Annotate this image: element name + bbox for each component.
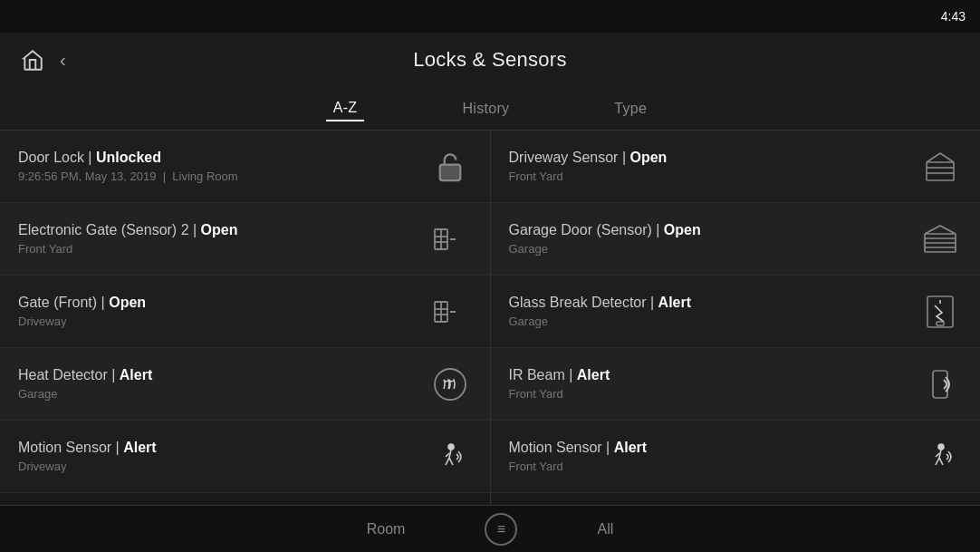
sensor-name: Glass Break Detector | Alert xyxy=(509,295,692,311)
filter-icon: ≡ xyxy=(497,521,505,537)
sensor-sub: Driveway xyxy=(18,315,146,328)
irbeam-icon xyxy=(918,363,962,406)
sensor-info: Electronic Gate (Sensor) 2 | Open Front … xyxy=(18,222,237,256)
svg-rect-17 xyxy=(927,162,954,180)
sensor-sub: Garage xyxy=(18,387,152,401)
svg-line-15 xyxy=(449,458,453,465)
driveway-icon xyxy=(918,145,962,189)
list-item[interactable]: IR Beam | Alert Front Yard xyxy=(491,348,981,421)
tab-az[interactable]: A-Z xyxy=(326,96,365,121)
header: ‹ Locks & Sensors xyxy=(0,33,980,87)
clock: 4:43 xyxy=(941,9,966,24)
sensor-sub: Garage xyxy=(509,242,701,256)
heat-icon xyxy=(428,363,472,406)
right-column: Driveway Sensor | Open Front Yard Garage… xyxy=(491,131,981,505)
svg-point-28 xyxy=(938,444,944,450)
gate-icon xyxy=(428,218,472,261)
svg-point-12 xyxy=(448,444,454,450)
sensor-name: Door Lock | Unlocked xyxy=(18,150,238,166)
lock-icon xyxy=(428,145,472,189)
list-item[interactable]: Garage Door (Sensor) | Open Garage xyxy=(491,203,981,276)
sensor-sub: Front Yard xyxy=(509,460,648,473)
gate-icon xyxy=(428,290,472,334)
svg-line-16 xyxy=(446,453,449,457)
page-title: Locks & Sensors xyxy=(413,48,567,72)
tab-history[interactable]: History xyxy=(455,97,516,121)
sensor-info: Heat Detector | Alert Garage xyxy=(18,367,152,401)
sensor-sub: 9:26:56 PM, May 13, 2019 | Living Room xyxy=(18,169,238,183)
list-item[interactable]: Gate (Front) | Open Driveway xyxy=(0,276,490,348)
list-item[interactable]: Heat Detector | Alert Garage xyxy=(0,348,490,421)
room-button[interactable]: Room xyxy=(360,518,413,541)
left-column: Door Lock | Unlocked 9:26:56 PM, May 13,… xyxy=(0,131,491,505)
list-item[interactable]: Glass Break Detector | Alert Garage xyxy=(491,276,981,348)
tabs-bar: A-Z History Type xyxy=(0,87,980,131)
sensor-name: IR Beam | Alert xyxy=(509,367,610,383)
motion-icon xyxy=(918,435,962,479)
tab-type[interactable]: Type xyxy=(607,97,654,121)
bottom-bar: Room ≡ All xyxy=(0,505,980,552)
sensor-name: Gate (Front) | Open xyxy=(18,295,146,311)
list-item[interactable]: Motion Sensor | Alert Driveway xyxy=(0,421,490,493)
back-button[interactable]: ‹ xyxy=(60,50,66,71)
svg-line-31 xyxy=(939,458,943,465)
svg-rect-0 xyxy=(439,164,460,180)
sensor-info: Garage Door (Sensor) | Open Garage xyxy=(509,222,701,256)
sensor-info: Motion Sensor | Alert Front Yard xyxy=(509,440,648,473)
sensor-sub: Garage xyxy=(509,315,692,328)
sensor-info: Glass Break Detector | Alert Garage xyxy=(509,295,692,328)
list-item[interactable]: Driveway Sensor | Open Front Yard xyxy=(491,131,981,203)
sensor-sub: Driveway xyxy=(18,460,157,473)
sensor-info: Driveway Sensor | Open Front Yard xyxy=(509,150,668,183)
svg-rect-26 xyxy=(937,322,944,325)
sensor-name: Electronic Gate (Sensor) 2 | Open xyxy=(18,222,237,238)
sensor-name: Motion Sensor | Alert xyxy=(18,440,157,456)
svg-line-32 xyxy=(936,453,939,457)
sensor-info: IR Beam | Alert Front Yard xyxy=(509,367,610,401)
sensor-grid: Door Lock | Unlocked 9:26:56 PM, May 13,… xyxy=(0,131,980,505)
list-item[interactable]: Door Lock | Unlocked 9:26:56 PM, May 13,… xyxy=(0,131,490,203)
glass-break-icon xyxy=(918,290,962,334)
top-bar: 4:43 xyxy=(0,0,980,33)
sensor-sub: Front Yard xyxy=(509,169,668,183)
list-item[interactable]: Electronic Gate (Sensor) 2 | Open Front … xyxy=(0,203,490,276)
sensor-sub: Front Yard xyxy=(18,242,237,256)
sensor-info: Gate (Front) | Open Driveway xyxy=(18,295,146,328)
svg-rect-27 xyxy=(933,371,947,398)
header-nav: ‹ xyxy=(18,45,66,74)
sensor-info: Motion Sensor | Alert Driveway xyxy=(18,440,157,473)
sensor-name: Motion Sensor | Alert xyxy=(509,440,648,456)
svg-line-30 xyxy=(936,458,939,465)
sensor-name: Heat Detector | Alert xyxy=(18,367,152,383)
sensor-sub: Front Yard xyxy=(509,387,610,401)
sensor-name: Driveway Sensor | Open xyxy=(509,150,668,166)
sensor-name: Garage Door (Sensor) | Open xyxy=(509,222,701,238)
home-icon[interactable] xyxy=(18,45,47,74)
filter-button[interactable]: ≡ xyxy=(485,513,517,546)
all-button[interactable]: All xyxy=(590,518,620,541)
garage-icon xyxy=(918,218,962,261)
svg-line-14 xyxy=(446,458,449,465)
motion-icon xyxy=(428,435,472,479)
sensor-info: Door Lock | Unlocked 9:26:56 PM, May 13,… xyxy=(18,150,238,183)
list-item[interactable]: Motion Sensor | Alert Front Yard xyxy=(491,421,981,493)
